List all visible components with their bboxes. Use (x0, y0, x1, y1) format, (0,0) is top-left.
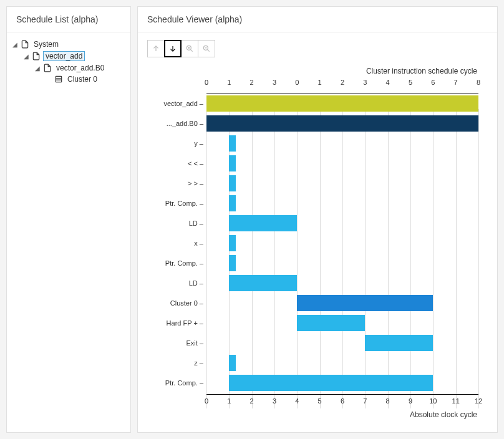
gantt-bar[interactable] (297, 295, 433, 311)
top-axis-tick: 1 (227, 79, 231, 86)
gantt-bar[interactable] (365, 335, 433, 351)
tree-label-vector-add: vector_add (43, 51, 85, 61)
row-label: < < – (147, 160, 203, 167)
top-axis-tick: 4 (386, 79, 390, 86)
top-axis-title: Cluster instruction schedule cycle (150, 67, 478, 75)
top-axis-tick: 7 (454, 79, 458, 86)
row-label: LD – (147, 279, 203, 287)
row-label: ..._add.B0 – (147, 120, 203, 127)
row-label: > > – (147, 180, 203, 187)
row-label: z – (147, 359, 203, 367)
chart-area: Cluster instruction schedule cycle 01230… (138, 60, 497, 439)
top-axis-tick: 8 (477, 79, 480, 86)
bottom-axis-tick: 6 (341, 397, 344, 405)
gantt-bar[interactable] (297, 315, 365, 331)
top-axis-tick: 3 (273, 79, 276, 86)
cluster-icon (54, 75, 63, 84)
svg-rect-0 (56, 76, 61, 82)
row-label: Ptr. Comp. – (147, 259, 203, 267)
bottom-axis: 0123456789101112 (206, 394, 478, 409)
gantt-bar[interactable] (206, 115, 478, 132)
chart-row[interactable]: Hard FP + – (206, 313, 478, 333)
tree-label-vector-add-b0: vector_add.B0 (54, 64, 106, 72)
chevron-down-icon[interactable]: ◢ (12, 41, 18, 48)
schedule-gantt-chart: 0123012345678 vector_add –..._add.B0 –y … (150, 79, 478, 419)
bottom-axis-tick: 3 (273, 397, 276, 405)
chart-row[interactable]: Cluster 0 – (206, 293, 478, 313)
bottom-axis-tick: 9 (409, 397, 412, 405)
bottom-axis-tick: 12 (475, 397, 482, 405)
chart-row[interactable]: z – (206, 353, 478, 373)
top-axis-tick: 2 (250, 79, 254, 86)
chevron-down-icon[interactable]: ◢ (23, 53, 29, 60)
tree-node-cluster0[interactable]: Cluster 0 (46, 74, 125, 85)
chart-row[interactable]: < < – (206, 153, 478, 173)
bottom-axis-tick: 4 (295, 397, 299, 405)
bottom-axis-title: Absolute clock cycle (150, 410, 478, 419)
top-axis-tick: 5 (409, 79, 412, 86)
chart-row[interactable]: Ptr. Comp. – (206, 193, 478, 213)
gantt-bar[interactable] (229, 355, 236, 371)
chart-row[interactable]: LD – (206, 213, 478, 233)
top-axis-tick: 1 (318, 79, 322, 86)
schedule-list-panel: Schedule List (alpha) ◢ System ◢ vector_… (6, 6, 131, 433)
top-axis-tick: 3 (363, 79, 367, 86)
bottom-axis-tick: 10 (429, 397, 437, 405)
up-button[interactable] (147, 40, 165, 57)
bottom-axis-tick: 0 (205, 397, 208, 405)
row-label: Hard FP + – (147, 319, 203, 327)
tree-label-cluster0: Cluster 0 (65, 75, 99, 84)
row-label: Cluster 0 – (147, 299, 203, 307)
bottom-axis-tick: 5 (318, 397, 322, 405)
chart-row[interactable]: ..._add.B0 – (206, 113, 478, 133)
bottom-axis-tick: 8 (386, 397, 390, 405)
gantt-bar[interactable] (229, 155, 236, 171)
chevron-down-icon[interactable]: ◢ (34, 65, 41, 72)
chart-rows: vector_add –..._add.B0 –y –< < –> > –Ptr… (206, 94, 478, 393)
file-icon (21, 40, 29, 49)
row-label: Exit – (147, 339, 203, 347)
file-icon (32, 52, 41, 60)
gantt-bar[interactable] (229, 195, 236, 211)
chart-row[interactable]: vector_add – (206, 94, 478, 113)
bottom-axis-tick: 7 (363, 397, 367, 405)
row-label: vector_add – (147, 100, 203, 107)
bottom-axis-tick: 11 (452, 397, 460, 405)
tree-node-vector-add[interactable]: ◢ vector_add (23, 50, 125, 62)
down-button[interactable] (164, 40, 182, 57)
row-label: Ptr. Comp. – (147, 379, 203, 387)
tree-label-system: System (32, 40, 61, 49)
top-axis-tick: 6 (431, 79, 435, 86)
grid-line (478, 109, 479, 408)
chart-row[interactable]: Ptr. Comp. – (206, 253, 478, 273)
chart-row[interactable]: y – (206, 133, 478, 153)
gantt-bar[interactable] (206, 95, 478, 112)
top-axis-tick: 2 (341, 79, 344, 86)
chart-row[interactable]: LD – (206, 273, 478, 293)
top-axis-tick: 0 (205, 79, 208, 86)
gantt-bar[interactable] (229, 375, 433, 391)
chart-row[interactable]: Ptr. Comp. – (206, 373, 478, 393)
gantt-bar[interactable] (229, 275, 297, 291)
tree-node-vector-add-b0[interactable]: ◢ vector_add.B0 (34, 62, 125, 74)
row-label: x – (147, 239, 203, 247)
chart-row[interactable]: Exit – (206, 333, 478, 353)
gantt-bar[interactable] (229, 215, 297, 231)
chart-row[interactable]: > > – (206, 173, 478, 193)
gantt-bar[interactable] (229, 235, 236, 251)
schedule-list-title: Schedule List (alpha) (7, 7, 130, 32)
schedule-viewer-panel: Schedule Viewer (alpha) Cluster instruct… (137, 6, 498, 433)
gantt-bar[interactable] (229, 135, 236, 152)
svg-line-6 (191, 50, 193, 52)
gantt-bar[interactable] (229, 255, 236, 271)
tree-node-system[interactable]: ◢ System (12, 39, 125, 50)
bottom-axis-tick: 2 (250, 397, 254, 405)
zoom-out-button[interactable] (198, 40, 215, 57)
file-icon (43, 64, 52, 72)
row-label: LD – (147, 220, 203, 227)
gantt-bar[interactable] (229, 175, 236, 191)
zoom-in-button[interactable] (181, 40, 198, 57)
top-axis: 0123012345678 (206, 79, 478, 94)
chart-row[interactable]: x – (206, 233, 478, 253)
bottom-axis-tick: 1 (227, 397, 231, 405)
